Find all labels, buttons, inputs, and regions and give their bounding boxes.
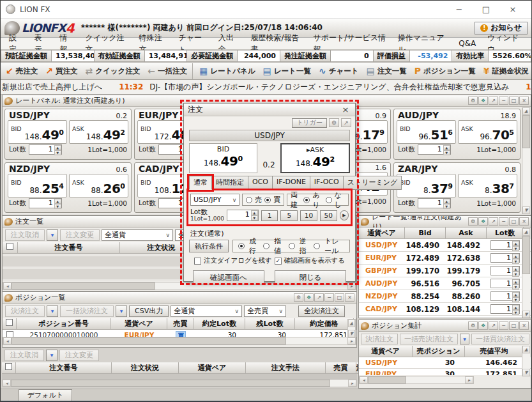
order-cancel-dropdown[interactable] — [47, 229, 58, 241]
bid-price[interactable]: 96.516 — [405, 279, 446, 288]
dialog-close-button[interactable]: 閉じる — [275, 270, 346, 284]
tab-normal[interactable]: 通常 — [189, 176, 212, 190]
order-modify-button[interactable]: 注文変更 — [59, 350, 99, 361]
tab-time-specified[interactable]: 時間指定 — [212, 176, 248, 190]
close-button[interactable]: × — [499, 1, 526, 18]
gear-icon[interactable]: ⚙ — [468, 217, 478, 226]
order-modify-button[interactable]: 注文変更 — [60, 229, 100, 241]
ask-button[interactable]: ASK 96.705 — [458, 120, 517, 144]
ask-price[interactable]: 88.260 — [446, 292, 487, 301]
column-header[interactable]: 注文状況 — [112, 362, 179, 374]
pin-icon[interactable]: ↗ — [314, 293, 324, 302]
bid-button[interactable]: BID 88.254 — [8, 174, 67, 197]
stop-radio[interactable] — [289, 243, 295, 249]
lot-input[interactable]: 1 — [227, 210, 259, 221]
lot-preset-1[interactable]: 1 — [261, 210, 278, 221]
side-filter-select[interactable]: 全売買 — [244, 305, 286, 317]
minimize-button[interactable]: − — [499, 217, 508, 226]
minimize-button[interactable]: − — [499, 321, 508, 330]
maximize-button[interactable]: □ — [335, 293, 344, 302]
lot-preset-10[interactable]: 10 — [300, 210, 317, 221]
batch-close-button[interactable]: 一括決済注文 — [60, 305, 114, 317]
summary-row[interactable]: EUR/JPY 30 172.851 — [359, 369, 531, 375]
close-order-button[interactable]: 決済注文 — [5, 305, 45, 317]
trail-radio[interactable] — [314, 243, 320, 249]
ask-button[interactable]: ASK 88.260 — [69, 174, 128, 197]
design-icon[interactable]: ❖ — [478, 217, 488, 226]
gear-icon[interactable]: ⚙ — [468, 321, 478, 330]
column-header[interactable]: 売ポジション — [413, 346, 465, 357]
design-icon[interactable]: ❖ — [478, 321, 488, 330]
tab-streaming[interactable]: ストリーミング — [344, 176, 402, 190]
rate-row[interactable]: USD/JPY 148.490 148.492 1 — [359, 239, 531, 252]
hedge-on-radio[interactable] — [303, 197, 310, 203]
gear-icon[interactable]: ⚙ — [468, 97, 478, 105]
play-icon[interactable]: ▶ — [340, 210, 349, 220]
lot-input[interactable]: 1 — [490, 240, 520, 250]
toolbar-button[interactable]: ▤ 注文一覧 — [362, 63, 410, 79]
ask-price[interactable]: 172.638 — [446, 254, 487, 263]
column-header[interactable]: Bid — [405, 228, 446, 239]
position-list-hscrollbar[interactable]: ◂▸ — [3, 337, 356, 345]
minimize-button[interactable]: − — [324, 293, 334, 302]
pin-icon[interactable]: ↗ — [489, 97, 498, 105]
lot-input[interactable]: 1 — [490, 291, 520, 301]
hedge-off-radio[interactable] — [326, 197, 332, 203]
design-icon[interactable]: ❖ — [304, 293, 314, 302]
close-button[interactable]: × — [345, 293, 354, 302]
row-checkbox[interactable] — [6, 331, 13, 337]
column-header[interactable]: 通貨ペア — [359, 228, 405, 239]
gear-icon[interactable]: ⚙ — [329, 118, 339, 127]
tab-if-oco[interactable]: IF-OCO — [310, 176, 344, 190]
lot-input[interactable]: 1 — [29, 144, 62, 155]
csv-export-button[interactable]: CSV出力 — [129, 305, 169, 317]
column-header[interactable]: ポジション番号 — [17, 318, 111, 330]
bid-price[interactable]: 88.254 — [405, 292, 446, 301]
pair-filter-select[interactable]: 全通貨 — [102, 229, 173, 241]
rate-row[interactable]: CAD/JPY 108.129 108.144 1 — [359, 303, 531, 316]
minimize-button[interactable]: − — [499, 97, 508, 105]
bid-price[interactable]: 199.170 — [405, 267, 446, 275]
ask-price[interactable]: 96.705 — [446, 279, 487, 288]
close-order-button[interactable]: 決済注文 — [361, 334, 398, 344]
close-button[interactable]: × — [519, 97, 529, 105]
maximize-button[interactable]: □ — [509, 217, 519, 226]
rate-list-title-bar[interactable]: レート一覧:通常注文(両建あり) ⚙ ❖ ↗ − □ × — [359, 216, 531, 228]
column-header[interactable]: Ask — [446, 228, 487, 239]
show-confirm-checkbox[interactable] — [275, 258, 282, 265]
bid-price[interactable]: 148.490 — [405, 241, 446, 250]
close-icon[interactable]: × — [340, 105, 351, 114]
maximize-button[interactable]: □ — [473, 1, 499, 18]
column-header[interactable]: 売値平均 — [465, 346, 524, 357]
toolbar-button[interactable]: ↗ 買注文 — [42, 63, 81, 79]
ask-button[interactable]: ▸ASK 148.492 — [280, 143, 350, 173]
pin-icon[interactable]: ↗ — [489, 321, 498, 330]
market-radio[interactable] — [238, 243, 245, 249]
sell-radio[interactable] — [246, 197, 252, 203]
toolbar-button[interactable]: ∿ チャート — [315, 63, 363, 79]
ask-button[interactable]: ASK 148.492 — [69, 120, 128, 144]
pin-icon[interactable]: ↗ — [341, 118, 351, 127]
close-button[interactable]: × — [519, 321, 529, 330]
confirm-screen-button[interactable]: 確認画面へ — [193, 270, 264, 284]
batch-sell-close-button[interactable]: 一括売決済注文 — [400, 334, 458, 344]
workspace-tab-default[interactable]: デフォルト — [19, 389, 72, 401]
trigger-button[interactable]: トリガー — [292, 118, 327, 128]
pair-select[interactable]: USD/JPY — [190, 194, 239, 206]
position-summary-vscrollbar[interactable]: ▲▼ — [522, 346, 530, 376]
order-cancel-button[interactable]: 注文取消 — [4, 350, 44, 361]
lot-input[interactable]: 1 — [490, 304, 520, 314]
order-cancel-dropdown[interactable] — [46, 350, 57, 361]
rate-row[interactable]: GBP/JPY 199.170 199.179 1 — [359, 265, 531, 277]
column-header[interactable]: 残Lot数 — [245, 318, 295, 330]
ask-button[interactable]: ASK 8.387 — [458, 174, 517, 197]
column-header[interactable]: 注文手法 — [246, 362, 326, 374]
column-header[interactable]: 通貨ペア — [179, 362, 246, 374]
close-button[interactable]: × — [519, 217, 529, 226]
select-all-checkbox[interactable] — [2, 362, 16, 374]
toolbar-button[interactable]: ¥ 証拠金状況 — [480, 63, 531, 79]
lot-preset-5[interactable]: 5 — [280, 210, 298, 221]
column-header[interactable]: 注文番号 — [16, 362, 112, 374]
column-header[interactable]: 通貨ペア — [111, 318, 167, 330]
select-all-checkbox[interactable] — [3, 242, 18, 254]
